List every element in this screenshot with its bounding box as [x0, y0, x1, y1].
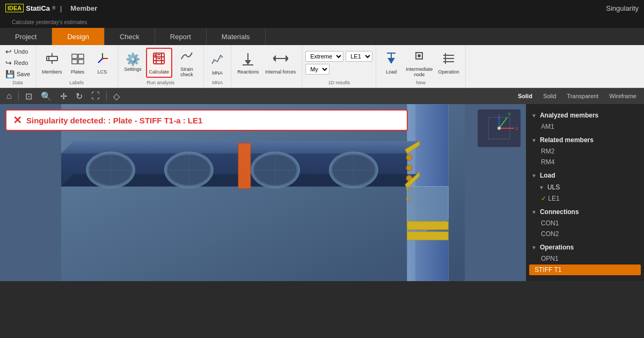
lcs-label: LCS — [98, 69, 107, 75]
tab-design[interactable]: Design — [52, 28, 104, 45]
con2-item[interactable]: CON2 — [526, 229, 644, 239]
load-button[interactable]: Load — [379, 48, 403, 77]
calculate-button[interactable]: Calculate — [146, 48, 173, 78]
analyzed-members-arrow: ▼ — [531, 113, 537, 119]
connections-label: Connections — [540, 208, 579, 216]
opn1-item[interactable]: OPN1 — [526, 253, 644, 264]
load-header[interactable]: ▼ Load — [526, 170, 644, 181]
svg-point-31 — [418, 55, 420, 57]
transparent-mode-button[interactable]: Transparent — [564, 92, 602, 100]
calculate-icon — [151, 51, 166, 68]
save-button[interactable]: 💾 Save — [3, 69, 32, 79]
intermediate-node-icon — [412, 48, 427, 65]
toolbar: ↩ Undo ↪ Redo 💾 Save Data — [0, 45, 644, 88]
rm2-item[interactable]: RM2 — [526, 146, 644, 157]
svg-rect-74 — [407, 222, 449, 230]
related-members-header[interactable]: ▼ Related members — [526, 134, 644, 146]
logo-statica: StatiCa — [26, 4, 50, 12]
internal-forces-button[interactable]: Internal forces — [262, 48, 298, 77]
reactions-label: Reactions — [237, 69, 259, 75]
extreme-select[interactable]: ExtremeMinMax — [305, 51, 343, 62]
viewport[interactable]: ✕ Singularity detected: : Plate - STIFF … — [0, 104, 526, 281]
redo-button[interactable]: ↪ Redo — [3, 57, 30, 68]
tab-project[interactable]: Project — [0, 28, 52, 45]
lcs-icon — [95, 51, 110, 68]
connections-arrow: ▼ — [531, 209, 537, 215]
internal-forces-label: Internal forces — [265, 69, 296, 75]
tab-report[interactable]: Report — [155, 28, 207, 45]
undo-label: Undo — [14, 48, 28, 55]
plates-button[interactable]: Plates — [66, 48, 90, 77]
settings-button[interactable]: ⚙️ Settings — [121, 51, 145, 75]
svg-rect-75 — [407, 232, 449, 240]
load-label: Load — [386, 69, 397, 75]
solid2-mode-button[interactable]: Solid — [540, 92, 559, 100]
am1-item[interactable]: AM1 — [526, 121, 644, 132]
svg-rect-7 — [78, 60, 84, 64]
fit-button[interactable]: ⛶ — [89, 90, 102, 102]
analyzed-members-header[interactable]: ▼ Analyzed members — [526, 109, 644, 121]
svg-text:X: X — [515, 126, 518, 131]
run-analysis-group-label: Run analysis — [118, 80, 204, 85]
connections-header[interactable]: ▼ Connections — [526, 206, 644, 218]
strain-check-icon — [179, 48, 194, 65]
window-title: Singularity — [606, 4, 639, 12]
logo: IDEA StatiCa® | Member — [5, 4, 97, 12]
lcs-button[interactable]: LCS — [91, 48, 114, 77]
wireframe-mode-button[interactable]: Wireframe — [606, 92, 640, 100]
tab-materials[interactable]: Materials — [207, 28, 266, 45]
labels-group-label: Labels — [36, 80, 118, 85]
intermediate-node-label: Intermediate node — [406, 67, 433, 77]
con1-item[interactable]: CON1 — [526, 218, 644, 229]
members-button[interactable]: Members — [39, 48, 65, 77]
zoom-extent-button[interactable]: ⊡ — [23, 90, 34, 102]
svg-line-18 — [155, 55, 156, 56]
right-panel: ▼ Analyzed members AM1 ▼ Related members… — [526, 104, 644, 281]
toolbar-group-mna: MNA MNA — [204, 45, 231, 87]
home-view-button[interactable]: ⌂ — [4, 90, 14, 102]
tab-check[interactable]: Check — [105, 28, 155, 45]
calculate-label: Calculate — [149, 69, 170, 75]
shape-button[interactable]: ◇ — [111, 90, 122, 102]
reactions-icon — [240, 51, 255, 68]
uls-header[interactable]: ▼ ULS — [526, 181, 644, 193]
svg-rect-4 — [72, 54, 77, 58]
rotate-button[interactable]: ↻ — [74, 90, 85, 102]
mna-icon — [210, 52, 225, 69]
panel-section-connections: ▼ Connections CON1 CON2 — [526, 205, 644, 240]
uls-label: ULS — [547, 183, 560, 191]
undo-icon: ↩ — [5, 47, 12, 56]
rm4-item[interactable]: RM4 — [526, 157, 644, 167]
solid-mode-button[interactable]: Solid — [515, 92, 536, 100]
my-select[interactable]: MyMzNVyVz — [305, 64, 330, 75]
move-button[interactable]: ✛ — [58, 90, 69, 102]
undo-button[interactable]: ↩ Undo — [3, 46, 30, 57]
operations-header[interactable]: ▼ Operations — [526, 241, 644, 253]
mna-label: MNA — [212, 70, 223, 76]
stiff-t1-item[interactable]: STIFF T1 — [529, 264, 641, 275]
alert-banner: ✕ Singularity detected: : Plate - STIFF … — [5, 109, 408, 131]
uls-arrow: ▼ — [539, 185, 544, 190]
load-arrow: ▼ — [531, 173, 537, 179]
members-icon — [45, 51, 60, 68]
svg-marker-22 — [246, 61, 250, 64]
mna-button[interactable]: MNA — [207, 49, 228, 78]
related-members-arrow: ▼ — [531, 137, 537, 143]
intermediate-node-button[interactable]: Intermediate node — [404, 46, 434, 80]
zoom-button[interactable]: 🔍 — [39, 90, 54, 102]
view-divider-1 — [18, 91, 19, 101]
le1-item[interactable]: LE1 — [526, 193, 644, 204]
svg-point-66 — [406, 165, 412, 171]
logo-reg: ® — [52, 5, 56, 11]
settings-icon: ⚙️ — [126, 54, 140, 65]
strain-check-button[interactable]: Strain check — [173, 46, 200, 80]
view-divider-2 — [106, 91, 107, 101]
le1-select[interactable]: LE1LE2 — [346, 51, 372, 62]
reactions-button[interactable]: Reactions — [235, 48, 261, 77]
analyzed-members-label: Analyzed members — [540, 112, 598, 119]
svg-point-83 — [497, 127, 501, 130]
new-group-label: New — [376, 80, 465, 85]
operation-label: Operation — [438, 69, 459, 75]
panel-section-analyzed-members: ▼ Analyzed members AM1 — [526, 108, 644, 133]
operation-button[interactable]: Operation — [435, 48, 462, 77]
